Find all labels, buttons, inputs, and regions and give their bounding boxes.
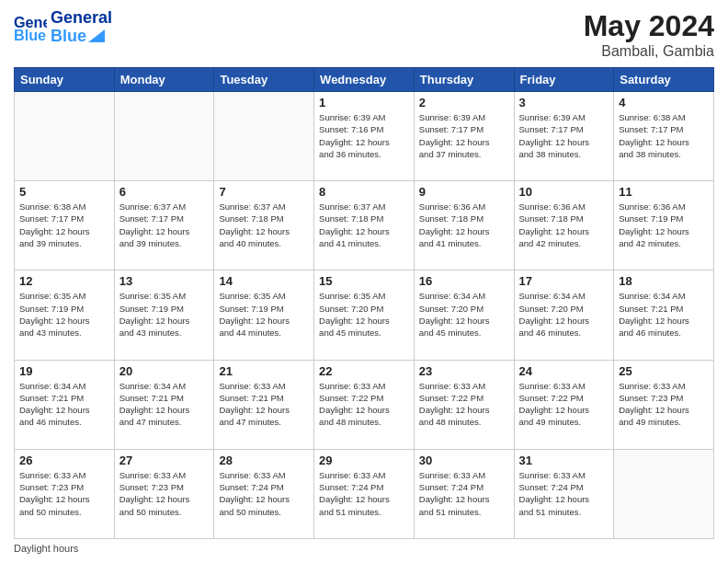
day-number-2: 2 bbox=[419, 96, 509, 109]
calendar-cell-2-4: 16Sunrise: 6:34 AM Sunset: 7:20 PM Dayli… bbox=[414, 270, 514, 360]
header-thursday: Thursday bbox=[414, 68, 514, 92]
day-info-4: Sunrise: 6:38 AM Sunset: 7:17 PM Dayligh… bbox=[619, 111, 709, 160]
calendar-table: Sunday Monday Tuesday Wednesday Thursday… bbox=[14, 67, 714, 539]
day-info-1: Sunrise: 6:39 AM Sunset: 7:16 PM Dayligh… bbox=[319, 111, 409, 160]
day-info-30: Sunrise: 6:33 AM Sunset: 7:24 PM Dayligh… bbox=[419, 469, 509, 518]
day-number-16: 16 bbox=[419, 274, 509, 288]
calendar-cell-4-2: 28Sunrise: 6:33 AM Sunset: 7:24 PM Dayli… bbox=[214, 449, 314, 538]
calendar-cell-0-2 bbox=[214, 92, 314, 181]
calendar-cell-3-3: 22Sunrise: 6:33 AM Sunset: 7:22 PM Dayli… bbox=[314, 360, 415, 449]
calendar-cell-1-3: 8Sunrise: 6:37 AM Sunset: 7:18 PM Daylig… bbox=[314, 181, 415, 270]
calendar-cell-4-1: 27Sunrise: 6:33 AM Sunset: 7:23 PM Dayli… bbox=[114, 449, 214, 538]
calendar-cell-0-5: 3Sunrise: 6:39 AM Sunset: 7:17 PM Daylig… bbox=[514, 92, 614, 181]
day-info-21: Sunrise: 6:33 AM Sunset: 7:21 PM Dayligh… bbox=[219, 380, 309, 429]
day-info-15: Sunrise: 6:35 AM Sunset: 7:20 PM Dayligh… bbox=[319, 290, 409, 339]
page: General Blue General Blue May 2024 Bamba… bbox=[0, 0, 728, 563]
day-number-11: 11 bbox=[619, 185, 709, 199]
day-number-20: 20 bbox=[119, 364, 210, 378]
calendar-cell-2-2: 14Sunrise: 6:35 AM Sunset: 7:19 PM Dayli… bbox=[214, 270, 314, 360]
day-info-7: Sunrise: 6:37 AM Sunset: 7:18 PM Dayligh… bbox=[219, 201, 309, 249]
header-monday: Monday bbox=[114, 68, 214, 92]
day-number-7: 7 bbox=[219, 185, 309, 199]
title-block: May 2024 Bambali, Gambia bbox=[584, 9, 714, 60]
calendar-cell-2-0: 12Sunrise: 6:35 AM Sunset: 7:19 PM Dayli… bbox=[15, 270, 115, 360]
header: General Blue General Blue May 2024 Bamba… bbox=[14, 9, 714, 60]
header-friday: Friday bbox=[514, 68, 614, 92]
day-number-21: 21 bbox=[219, 364, 309, 378]
day-number-29: 29 bbox=[319, 454, 409, 467]
calendar-cell-0-3: 1Sunrise: 6:39 AM Sunset: 7:16 PM Daylig… bbox=[314, 92, 415, 181]
day-info-12: Sunrise: 6:35 AM Sunset: 7:19 PM Dayligh… bbox=[19, 290, 109, 339]
day-info-14: Sunrise: 6:35 AM Sunset: 7:19 PM Dayligh… bbox=[219, 290, 309, 339]
header-wednesday: Wednesday bbox=[314, 68, 415, 92]
day-number-4: 4 bbox=[619, 96, 709, 109]
logo-general-text: General bbox=[51, 9, 112, 28]
calendar-header-row: Sunday Monday Tuesday Wednesday Thursday… bbox=[15, 68, 714, 92]
footer-note: Daylight hours bbox=[14, 543, 714, 554]
day-number-13: 13 bbox=[119, 274, 210, 288]
day-info-22: Sunrise: 6:33 AM Sunset: 7:22 PM Dayligh… bbox=[319, 380, 409, 429]
calendar-cell-4-4: 30Sunrise: 6:33 AM Sunset: 7:24 PM Dayli… bbox=[414, 449, 514, 538]
day-info-31: Sunrise: 6:33 AM Sunset: 7:24 PM Dayligh… bbox=[519, 469, 609, 518]
day-info-13: Sunrise: 6:35 AM Sunset: 7:19 PM Dayligh… bbox=[119, 290, 210, 339]
calendar-cell-1-1: 6Sunrise: 6:37 AM Sunset: 7:17 PM Daylig… bbox=[114, 181, 214, 270]
day-info-19: Sunrise: 6:34 AM Sunset: 7:21 PM Dayligh… bbox=[19, 380, 109, 429]
calendar-cell-1-5: 10Sunrise: 6:36 AM Sunset: 7:18 PM Dayli… bbox=[514, 181, 614, 270]
day-info-16: Sunrise: 6:34 AM Sunset: 7:20 PM Dayligh… bbox=[419, 290, 509, 339]
week-row-4: 26Sunrise: 6:33 AM Sunset: 7:23 PM Dayli… bbox=[15, 449, 714, 538]
day-info-27: Sunrise: 6:33 AM Sunset: 7:23 PM Dayligh… bbox=[119, 469, 210, 518]
calendar-cell-4-5: 31Sunrise: 6:33 AM Sunset: 7:24 PM Dayli… bbox=[514, 449, 614, 538]
calendar-cell-1-0: 5Sunrise: 6:38 AM Sunset: 7:17 PM Daylig… bbox=[15, 181, 115, 270]
day-number-10: 10 bbox=[519, 185, 609, 199]
calendar-title: May 2024 bbox=[584, 9, 714, 43]
calendar-cell-4-3: 29Sunrise: 6:33 AM Sunset: 7:24 PM Dayli… bbox=[314, 449, 415, 538]
day-info-8: Sunrise: 6:37 AM Sunset: 7:18 PM Dayligh… bbox=[319, 201, 409, 249]
calendar-cell-3-0: 19Sunrise: 6:34 AM Sunset: 7:21 PM Dayli… bbox=[15, 360, 115, 449]
day-number-17: 17 bbox=[519, 274, 609, 288]
calendar-cell-0-4: 2Sunrise: 6:39 AM Sunset: 7:17 PM Daylig… bbox=[414, 92, 514, 181]
day-number-27: 27 bbox=[119, 454, 210, 467]
day-number-8: 8 bbox=[319, 185, 409, 199]
day-number-14: 14 bbox=[219, 274, 309, 288]
calendar-cell-1-6: 11Sunrise: 6:36 AM Sunset: 7:19 PM Dayli… bbox=[614, 181, 714, 270]
day-number-9: 9 bbox=[419, 185, 509, 199]
calendar-cell-2-6: 18Sunrise: 6:34 AM Sunset: 7:21 PM Dayli… bbox=[614, 270, 714, 360]
day-info-5: Sunrise: 6:38 AM Sunset: 7:17 PM Dayligh… bbox=[19, 201, 109, 249]
day-number-31: 31 bbox=[519, 454, 609, 467]
day-number-30: 30 bbox=[419, 454, 509, 467]
calendar-cell-3-6: 25Sunrise: 6:33 AM Sunset: 7:23 PM Dayli… bbox=[614, 360, 714, 449]
calendar-cell-2-1: 13Sunrise: 6:35 AM Sunset: 7:19 PM Dayli… bbox=[114, 270, 214, 360]
day-info-24: Sunrise: 6:33 AM Sunset: 7:22 PM Dayligh… bbox=[519, 380, 609, 429]
day-number-6: 6 bbox=[119, 185, 210, 199]
week-row-2: 12Sunrise: 6:35 AM Sunset: 7:19 PM Dayli… bbox=[15, 270, 714, 360]
logo: General Blue General Blue bbox=[14, 9, 112, 46]
day-info-18: Sunrise: 6:34 AM Sunset: 7:21 PM Dayligh… bbox=[619, 290, 709, 339]
day-number-25: 25 bbox=[619, 364, 709, 378]
calendar-cell-3-4: 23Sunrise: 6:33 AM Sunset: 7:22 PM Dayli… bbox=[414, 360, 514, 449]
day-number-12: 12 bbox=[19, 274, 109, 288]
day-info-26: Sunrise: 6:33 AM Sunset: 7:23 PM Dayligh… bbox=[19, 469, 109, 518]
calendar-cell-4-6 bbox=[614, 449, 714, 538]
day-number-19: 19 bbox=[19, 364, 109, 378]
logo-icon: General Blue bbox=[14, 11, 47, 44]
day-info-20: Sunrise: 6:34 AM Sunset: 7:21 PM Dayligh… bbox=[119, 380, 210, 429]
calendar-cell-0-1 bbox=[114, 92, 214, 181]
day-info-3: Sunrise: 6:39 AM Sunset: 7:17 PM Dayligh… bbox=[519, 111, 609, 160]
day-number-26: 26 bbox=[19, 454, 109, 467]
calendar-cell-4-0: 26Sunrise: 6:33 AM Sunset: 7:23 PM Dayli… bbox=[15, 449, 115, 538]
day-number-24: 24 bbox=[519, 364, 609, 378]
day-info-11: Sunrise: 6:36 AM Sunset: 7:19 PM Dayligh… bbox=[619, 201, 709, 249]
day-number-5: 5 bbox=[19, 185, 109, 199]
header-sunday: Sunday bbox=[15, 68, 115, 92]
svg-text:Blue: Blue bbox=[14, 27, 46, 43]
day-number-15: 15 bbox=[319, 274, 409, 288]
week-row-0: 1Sunrise: 6:39 AM Sunset: 7:16 PM Daylig… bbox=[15, 92, 714, 181]
logo-triangle-icon bbox=[88, 29, 105, 42]
day-number-18: 18 bbox=[619, 274, 709, 288]
calendar-cell-3-5: 24Sunrise: 6:33 AM Sunset: 7:22 PM Dayli… bbox=[514, 360, 614, 449]
calendar-cell-0-6: 4Sunrise: 6:38 AM Sunset: 7:17 PM Daylig… bbox=[614, 92, 714, 181]
svg-marker-3 bbox=[88, 29, 105, 42]
day-number-1: 1 bbox=[319, 96, 409, 109]
day-info-25: Sunrise: 6:33 AM Sunset: 7:23 PM Dayligh… bbox=[619, 380, 709, 429]
day-info-29: Sunrise: 6:33 AM Sunset: 7:24 PM Dayligh… bbox=[319, 469, 409, 518]
